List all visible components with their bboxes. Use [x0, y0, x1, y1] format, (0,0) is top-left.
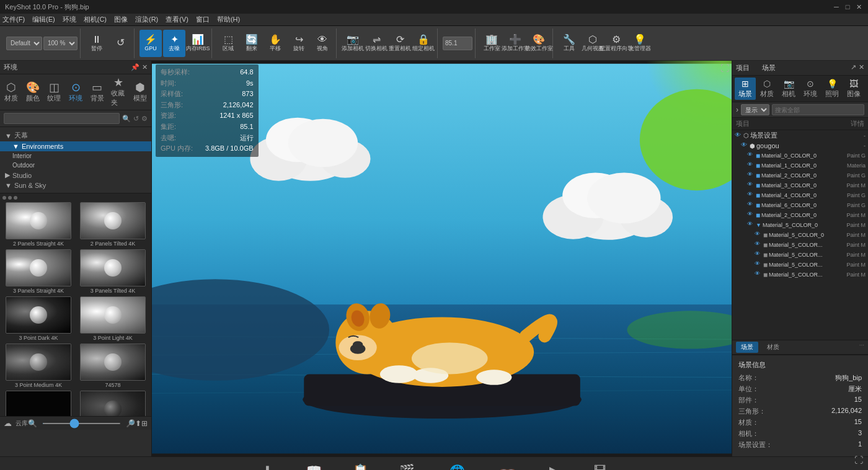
scene-row-mat4[interactable]: 👁 ◼ Material_4_COLOR_0 Paint G — [732, 190, 868, 200]
env-settings-icon[interactable]: ⚙ — [141, 115, 148, 123]
thumb-item-2ps[interactable]: 2 Panels Straight 4K — [2, 202, 74, 247]
left-panel-pin[interactable]: 📌 — [131, 63, 140, 71]
eye-icon-mat5b[interactable]: 👁 — [755, 241, 763, 249]
thumb-item-2pt[interactable]: 2 Panels Tilted 4K — [77, 202, 149, 247]
rp-show-select[interactable]: 显示 — [741, 104, 769, 115]
scene-row-mat2[interactable]: 👁 ◼ Material_2_COLOR_0 Paint G — [732, 171, 868, 180]
menu-render[interactable]: 渲染(R) — [135, 15, 158, 24]
env-tree-studio[interactable]: ▶Studio — [0, 170, 151, 180]
menu-file[interactable]: 文件(F) — [2, 15, 25, 24]
lp-tab-env[interactable]: ⊙环境 — [68, 82, 84, 103]
rp-tab-image[interactable]: 🖼图像 — [843, 78, 864, 100]
env-tree-interior[interactable]: Interior — [0, 151, 151, 161]
bot-btn-animation[interactable]: 🎬 动画 — [390, 462, 424, 471]
rp-close-icon[interactable]: ✕ — [859, 63, 864, 73]
lp-tab-color[interactable]: 🎨颜色 — [25, 82, 41, 103]
rp-search-input[interactable] — [772, 104, 864, 115]
add-studio-button[interactable]: ➕添加工作室 — [504, 30, 526, 57]
lp-tab-fav[interactable]: ★收藏夹 — [111, 77, 126, 107]
bot-btn-library[interactable]: 📖 库 — [297, 462, 331, 471]
viewport-expand-button[interactable]: ⛶ — [720, 63, 729, 73]
menu-view[interactable]: 查看(V) — [166, 15, 188, 24]
rp-btab-material[interactable]: 材质 — [762, 342, 784, 353]
lp-upload-icon[interactable]: ⬆ — [135, 419, 141, 428]
thumb-item-last[interactable] — [77, 391, 149, 416]
eye-icon-setup[interactable]: 👁 — [735, 131, 743, 140]
rp-tab-camera[interactable]: 📷相机 — [778, 78, 799, 100]
fullscreen-button[interactable]: ⛶ — [854, 455, 863, 465]
gpu-button[interactable]: ⚡GPU — [140, 30, 162, 57]
bot-btn-project[interactable]: 📋 项目 — [343, 462, 378, 471]
eye-icon-mat3[interactable]: 👁 — [747, 181, 756, 190]
lp-tab-model[interactable]: ⬢模型 — [132, 82, 148, 103]
close-button[interactable]: ✕ — [854, 2, 863, 11]
scene-row-setup[interactable]: 👁 ⬡ 场景设置 - — [732, 130, 868, 141]
eye-icon-mat2b[interactable]: 👁 — [747, 211, 756, 219]
reset-camera-button[interactable]: ⟳重置相机 — [389, 30, 411, 57]
eye-icon-mat2[interactable]: 👁 — [747, 171, 756, 180]
thumb-item-74578[interactable]: 74578 — [77, 344, 149, 388]
refresh-button[interactable]: ↺ — [109, 30, 131, 57]
pause-button[interactable]: ⏸暂停 — [86, 30, 108, 57]
effect-studio-button[interactable]: 🎨功效工作室 — [528, 30, 550, 57]
eye-icon-mat5a[interactable]: 👁 — [755, 231, 763, 239]
thumb-item-3ps[interactable]: 3 Panels Straight 4K — [2, 249, 74, 294]
rp-tab-lighting[interactable]: 💡照明 — [822, 78, 843, 100]
left-panel-close[interactable]: ✕ — [142, 63, 148, 71]
env-tree-sunsky[interactable]: ▼Sun & Sky — [0, 180, 151, 190]
lock-camera-button[interactable]: 🔒细定相机 — [412, 30, 435, 57]
rp-pin-icon[interactable]: ↗ — [851, 63, 856, 73]
rotate-button[interactable]: 🔄翻来 — [241, 30, 263, 57]
env-tree-sky[interactable]: ▼天幕 — [0, 130, 151, 141]
config-button[interactable]: ⚙配置程序向导 — [605, 30, 627, 57]
env-search-input[interactable] — [4, 113, 120, 124]
menu-env[interactable]: 环境 — [63, 15, 76, 24]
tools-button[interactable]: 🔧工具 — [558, 30, 580, 57]
studio-button[interactable]: 🏢工作室 — [480, 30, 503, 57]
bot-btn-demo[interactable]: ▶ 演示 — [537, 462, 571, 471]
lp-tab-bg[interactable]: ▭背景 — [89, 82, 105, 103]
geo-view-button[interactable]: ⬡几何视图 — [582, 30, 604, 57]
irbs-button[interactable]: 📊内存IRBS — [187, 30, 209, 57]
scene-row-gougou[interactable]: 👁 ⬢ gougou - — [732, 141, 868, 151]
lp-zoom-out-icon[interactable]: 🔍 — [28, 419, 37, 428]
bot-btn-import[interactable]: ⬇ 导入 — [250, 462, 285, 471]
preset-select[interactable]: Default — [6, 37, 42, 50]
lp-tab-texture[interactable]: ◫纹理 — [46, 82, 62, 103]
tumble-button[interactable]: ↪旋转 — [288, 30, 310, 57]
pan-button[interactable]: ✋平移 — [264, 30, 286, 57]
menu-edit[interactable]: 编辑(E) — [32, 15, 55, 24]
menu-window[interactable]: 窗口 — [196, 15, 210, 24]
rp-nav-back[interactable]: › — [736, 105, 738, 114]
lp-grid-icon[interactable]: ⊞ — [141, 419, 148, 428]
rp-tab-material[interactable]: ⬡材质 — [756, 78, 777, 100]
bot-btn-keyvr[interactable]: 👓 KeyVR — [490, 463, 525, 470]
scene-row-mat5a[interactable]: 👁 ◼ Material_5_COLOR_0 Paint M — [732, 230, 868, 240]
env-tree-environments[interactable]: ▼Environments — [0, 141, 151, 151]
thumb-item-3pd[interactable]: 3 Point Dark 4K — [2, 296, 74, 341]
thumb-item-3pm[interactable]: 3 Point Medium 4K — [2, 344, 74, 388]
menu-help[interactable]: 帮助(H) — [217, 15, 240, 24]
scene-row-mat1[interactable]: 👁 ◼ Material_1_COLOR_0 Materia — [732, 161, 868, 171]
scene-row-mat2b[interactable]: 👁 ◼ Material_2_COLOR_0 Paint M — [732, 210, 868, 220]
lp-tab-material[interactable]: ⬡材质 — [4, 82, 19, 103]
eye-icon-mat5c[interactable]: 👁 — [755, 251, 763, 259]
quality-input[interactable] — [443, 37, 472, 50]
bot-btn-keyxr[interactable]: 🌐 KeyShotXR — [436, 463, 478, 470]
env-tree-outdoor[interactable]: Outdoor — [0, 161, 151, 170]
perspective-button[interactable]: 👁视角 — [311, 30, 334, 57]
scene-row-mat5[interactable]: 👁 ▼ Material_5_COLOR_0 Paint M — [732, 220, 868, 230]
lp-zoom-in-icon[interactable]: 🔎 — [126, 419, 135, 428]
scene-row-mat5b[interactable]: 👁 ◼ Material_5_COLOR... Paint M — [732, 240, 868, 250]
thumb-item-dark[interactable] — [2, 391, 74, 416]
scene-row-mat5c[interactable]: 👁 ◼ Material_5_COLOR... Paint M — [732, 250, 868, 260]
menu-camera[interactable]: 相机(C) — [84, 15, 107, 24]
scene-row-mat5d[interactable]: 👁 ◼ Material_5_COLOR... Paint M — [732, 260, 868, 270]
rp-tab-env[interactable]: ⊙环境 — [800, 78, 821, 100]
zoom-select[interactable]: 100 % — [43, 37, 78, 50]
thumb-item-3pl[interactable]: 3 Point Light 4K — [77, 296, 149, 341]
eye-icon-mat5[interactable]: 👁 — [747, 221, 756, 229]
add-camera-button[interactable]: 📷添加相机 — [342, 30, 364, 57]
scene-row-mat0[interactable]: 👁 ◼ Material_0_COLOR_0 Paint G — [732, 151, 868, 161]
bot-btn-render[interactable]: 🎞 渲染 — [583, 462, 618, 471]
